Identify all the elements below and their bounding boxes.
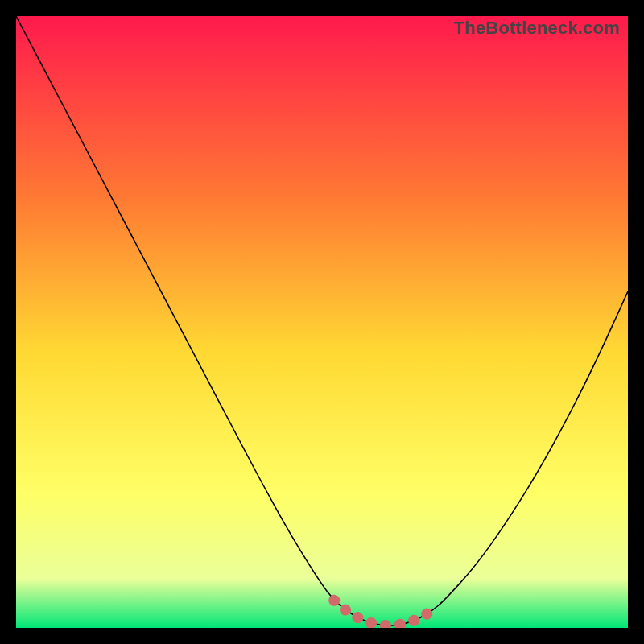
chart-frame: TheBottleneck.com <box>16 16 628 628</box>
gradient-background <box>16 16 628 628</box>
bottleneck-chart <box>16 16 628 628</box>
watermark-text: TheBottleneck.com <box>454 18 620 39</box>
